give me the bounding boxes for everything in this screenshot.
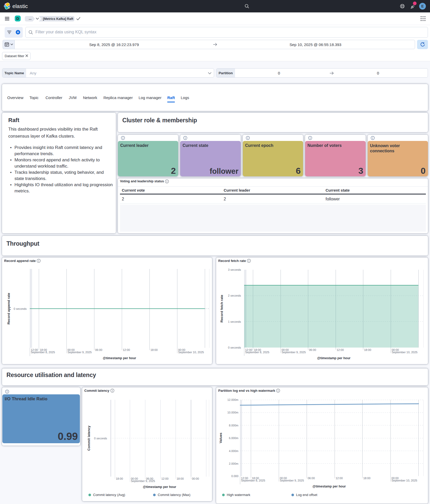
svg-text:Record append rate: Record append rate	[7, 293, 11, 324]
svg-text:12:00: 12:00	[336, 477, 343, 480]
svg-text:2.000m: 2.000m	[229, 462, 238, 465]
svg-text:September 9, 2025: September 9, 2025	[280, 479, 304, 482]
svg-text:Commit latency: Commit latency	[87, 425, 91, 451]
svg-text:12:00: 12:00	[337, 348, 344, 351]
svg-text:September 9, 2025: September 9, 2025	[282, 351, 306, 354]
svg-text:Commit latency (Avg): Commit latency (Avg)	[93, 493, 125, 497]
svg-text:September 10, 2025: September 10, 2025	[178, 351, 204, 354]
svg-text:September 10, 2025: September 10, 2025	[391, 479, 417, 482]
svg-text:0 seconds: 0 seconds	[14, 307, 27, 310]
svg-text:September 8, 2025: September 8, 2025	[31, 351, 55, 354]
svg-text:[Metrics Kafka] Raft: [Metrics Kafka] Raft	[43, 17, 73, 21]
svg-text:1 seconds: 1 seconds	[228, 320, 241, 323]
svg-text:September 8, 2025: September 8, 2025	[241, 479, 265, 482]
svg-text:Log end offset: Log end offset	[296, 493, 318, 497]
svg-text:0 seconds: 0 seconds	[94, 437, 107, 440]
svg-text:3 seconds: 3 seconds	[228, 268, 241, 271]
svg-text:@timestamp per hour: @timestamp per hour	[103, 356, 136, 360]
svg-text:18:00: 18:00	[177, 477, 184, 480]
svg-text:12.000m: 12.000m	[227, 398, 238, 401]
svg-text:Record fetch rate: Record fetch rate	[220, 295, 224, 322]
svg-text:06:00: 06:00	[308, 477, 315, 480]
svg-text:12:00: 12:00	[123, 348, 130, 351]
svg-text:@timestamp per hour: @timestamp per hour	[317, 356, 351, 360]
svg-text:4.000m: 4.000m	[229, 449, 238, 453]
svg-text:0.000: 0.000	[231, 475, 238, 478]
svg-text:September 9, 2025: September 9, 2025	[131, 479, 155, 483]
svg-text:September 10, 2025: September 10, 2025	[392, 351, 418, 354]
svg-text:06:00: 06:00	[95, 348, 102, 351]
svg-text:18:00: 18:00	[364, 348, 371, 351]
svg-text:12:00: 12:00	[161, 477, 169, 480]
svg-text:18:00: 18:00	[363, 477, 371, 480]
svg-text:2 seconds: 2 seconds	[228, 294, 241, 297]
svg-text:September 8, 2025: September 8, 2025	[245, 351, 269, 354]
svg-text:18:00: 18:00	[150, 348, 158, 351]
svg-text:...: ...	[29, 17, 32, 20]
svg-text:Values: Values	[219, 433, 223, 443]
svg-text:00:00: 00:00	[192, 477, 199, 480]
svg-text:6.000m: 6.000m	[229, 437, 238, 440]
svg-text:@timestamp per hour: @timestamp per hour	[143, 485, 176, 489]
svg-text:September 9, 2025: September 9, 2025	[67, 351, 92, 354]
svg-text:High watermark: High watermark	[227, 493, 251, 497]
svg-text:0 seconds: 0 seconds	[228, 346, 241, 349]
svg-text:@timestamp per hour: @timestamp per hour	[313, 485, 346, 488]
svg-text:06:00: 06:00	[309, 348, 316, 351]
svg-text:10.000m: 10.000m	[227, 411, 238, 414]
svg-text:8.000m: 8.000m	[229, 424, 238, 427]
svg-text:Commit latency (Max): Commit latency (Max)	[158, 493, 190, 497]
svg-text:18:00: 18:00	[116, 477, 123, 480]
